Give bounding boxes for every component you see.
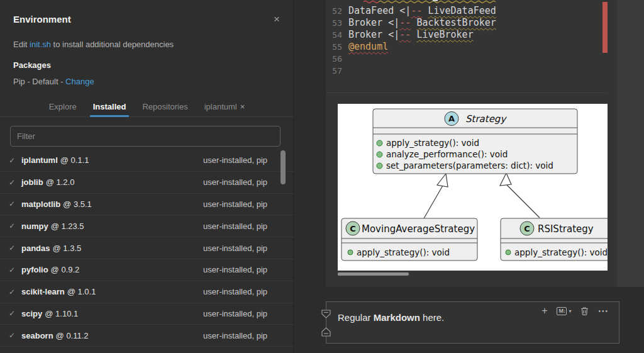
package-row[interactable]: ✓ seaborn @ 0.11.2 user-installed, pip xyxy=(0,325,294,347)
line-number: 52 xyxy=(326,5,342,17)
markdown-text-bold: Markdown xyxy=(374,312,420,323)
code-token: -- xyxy=(411,5,422,16)
code-cell[interactable]: 52DataFeed <|-- LiveDataFeed53Broker <|-… xyxy=(326,0,617,287)
package-name: pandas xyxy=(21,244,50,253)
package-status: user-installed, pip xyxy=(203,287,267,296)
inheritance-line-right xyxy=(507,185,540,218)
method-dot-icon xyxy=(377,152,382,157)
check-icon: ✓ xyxy=(9,331,21,340)
markdown-text-part: Regular xyxy=(338,312,374,323)
package-version: @ 0.11.2 xyxy=(56,331,89,340)
delete-cell-icon[interactable] xyxy=(580,306,589,315)
package-name: matplotlib xyxy=(21,199,60,209)
inheritance-arrowhead-right xyxy=(500,173,511,186)
package-name: scikit-learn xyxy=(21,287,65,296)
init-sh-link[interactable]: init.sh xyxy=(30,40,51,49)
editor-output-divider xyxy=(326,92,608,93)
package-row[interactable]: ✓ iplantuml @ 0.1.1 user-installed, pip xyxy=(0,150,294,172)
add-cell-icon[interactable]: + xyxy=(541,306,547,316)
plantuml-output: A Strategy apply_strategy(): void analyz… xyxy=(338,104,608,271)
package-version: @ 1.10.1 xyxy=(45,309,78,318)
package-manager-line: Pip - Default - Change xyxy=(13,77,94,86)
inheritance-line-left xyxy=(424,186,443,218)
close-icon[interactable]: × xyxy=(270,13,283,26)
panel-title: Environment xyxy=(13,14,71,25)
package-status: user-installed, pip xyxy=(203,265,267,274)
error-stripe-marker[interactable] xyxy=(602,2,608,53)
code-line[interactable]: 52DataFeed <|-- LiveDataFeed xyxy=(326,5,617,17)
line-number: 54 xyxy=(326,29,342,41)
package-version: @ 1.2.0 xyxy=(46,177,75,187)
package-status: user-installed, pip xyxy=(203,177,267,187)
markdown-cell[interactable]: Regular Markdown here. + M↓ ▾ ••• xyxy=(326,301,619,344)
package-status: user-installed, pip xyxy=(203,199,267,209)
package-row[interactable]: ✓ matplotlib @ 3.5.1 user-installed, pip xyxy=(0,194,294,216)
cell-insert-handle-top[interactable] xyxy=(321,309,331,320)
markdown-text[interactable]: Regular Markdown here. xyxy=(338,312,444,323)
init-script-hint: Edit init.sh to install additional depen… xyxy=(13,40,174,49)
cell-insert-handle-bottom[interactable] xyxy=(321,327,331,337)
code-token: LiveDataFeed xyxy=(428,5,496,16)
check-icon: ✓ xyxy=(9,266,21,274)
package-row[interactable]: ✓ numpy @ 1.23.5 user-installed, pip xyxy=(0,215,294,237)
class-title: RSIStrategy xyxy=(538,223,594,235)
code-token: @enduml xyxy=(348,41,388,52)
filter-input[interactable] xyxy=(10,126,280,147)
environment-panel: Environment × Edit init.sh to install ad… xyxy=(0,0,294,353)
class-title: MovingAverageStrategy xyxy=(362,223,475,235)
package-status: user-installed, pip xyxy=(203,155,267,165)
package-list: ✓ iplantuml @ 0.1.1 user-installed, pip … xyxy=(0,150,294,353)
code-editor[interactable]: 52DataFeed <|-- LiveDataFeed53Broker <|-… xyxy=(326,5,617,77)
code-line[interactable]: 54Broker <|-- LiveBroker xyxy=(326,29,617,41)
svg-text:set_parameters(parameters: dic: set_parameters(parameters: dict): void xyxy=(386,160,553,171)
check-icon: ✓ xyxy=(9,178,21,187)
check-icon: ✓ xyxy=(9,309,21,318)
svg-text:apply_strategy(): void: apply_strategy(): void xyxy=(514,247,608,257)
code-line[interactable]: 53Broker <|-- BacktestBroker xyxy=(326,17,617,29)
package-row[interactable]: ✓ scikit-learn @ 1.0.1 user-installed, p… xyxy=(0,281,294,303)
code-line[interactable]: 55@enduml xyxy=(326,41,617,53)
method-dot-icon xyxy=(348,250,353,255)
package-row[interactable]: ✓ scipy @ 1.10.1 user-installed, pip xyxy=(0,303,294,325)
svg-text:analyze_performance(): void: analyze_performance(): void xyxy=(386,149,508,159)
class-title: Strategy xyxy=(465,113,507,125)
tab-repositories[interactable]: Repositories xyxy=(142,97,187,117)
uml-class-strategy: A Strategy apply_strategy(): void analyz… xyxy=(373,109,577,174)
check-icon: ✓ xyxy=(9,199,21,208)
change-link[interactable]: Change xyxy=(65,77,94,86)
code-token: Broker <| xyxy=(348,17,399,28)
check-icon: ✓ xyxy=(9,244,21,252)
tab-iplantuml[interactable]: iplantuml× xyxy=(204,97,245,117)
method-dot-icon xyxy=(506,250,511,255)
package-name: numpy xyxy=(21,221,48,231)
tab-installed[interactable]: Installed xyxy=(93,97,126,117)
clipped-text-fragment xyxy=(433,0,438,1)
close-tab-icon[interactable]: × xyxy=(240,102,245,111)
chevron-down-icon: ▾ xyxy=(569,308,571,314)
package-version: @ 1.23.5 xyxy=(51,221,84,231)
more-options-icon[interactable]: ••• xyxy=(598,308,609,315)
uml-class-moving-average-strategy: C MovingAverageStrategy apply_strategy()… xyxy=(341,218,477,261)
check-icon: ✓ xyxy=(9,288,21,296)
inheritance-arrowhead-left xyxy=(437,174,448,187)
output-horizontal-scrollbar[interactable] xyxy=(338,272,409,276)
package-row[interactable]: ✓ joblib @ 1.2.0 user-installed, pip xyxy=(0,172,294,194)
svg-text:C: C xyxy=(524,224,530,233)
line-number: 56 xyxy=(326,53,342,65)
code-line[interactable]: 56 xyxy=(326,53,617,65)
code-line[interactable]: 57 xyxy=(326,65,617,77)
package-status: user-installed, pip xyxy=(203,221,267,231)
cell-type-markdown-icon[interactable]: M↓ ▾ xyxy=(557,307,571,315)
method-dot-icon xyxy=(377,163,382,169)
cell-toolbar: + M↓ ▾ ••• xyxy=(541,306,609,316)
package-row[interactable]: ✓ pyfolio @ 0.9.2 user-installed, pip xyxy=(0,259,294,281)
code-token: LiveBroker xyxy=(416,29,473,40)
list-vertical-scrollbar[interactable] xyxy=(280,150,286,184)
package-name: iplantuml xyxy=(21,155,58,165)
package-row[interactable]: ✓ pandas @ 1.3.5 user-installed, pip xyxy=(0,237,294,259)
code-token: -- xyxy=(399,29,411,40)
package-version: @ 0.1.1 xyxy=(60,155,89,165)
svg-text:apply_strategy(): void: apply_strategy(): void xyxy=(386,138,479,148)
tab-explore[interactable]: Explore xyxy=(49,97,77,117)
svg-text:apply_strategy(): void: apply_strategy(): void xyxy=(357,247,450,257)
